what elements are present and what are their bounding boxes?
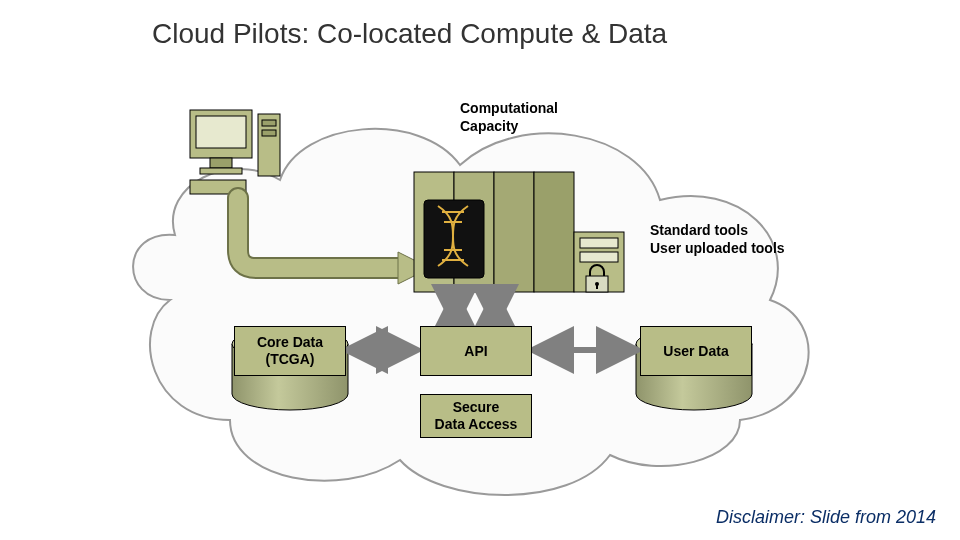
svg-rect-15	[580, 252, 618, 262]
user-data-box: User Data	[640, 326, 752, 376]
api-box: API	[420, 326, 532, 376]
svg-rect-5	[262, 120, 276, 126]
disclaimer-text: Disclaimer: Slide from 2014	[716, 507, 936, 528]
svg-rect-11	[494, 172, 534, 292]
computational-capacity-label: Computational Capacity	[460, 100, 558, 135]
svg-rect-12	[534, 172, 574, 292]
core-data-box: Core Data (TCGA)	[234, 326, 346, 376]
svg-rect-6	[262, 130, 276, 136]
tools-label: Standard tools User uploaded tools	[650, 222, 785, 257]
secure-access-box: Secure Data Access	[420, 394, 532, 438]
svg-rect-1	[196, 116, 246, 148]
svg-rect-3	[200, 168, 242, 174]
diagram-canvas	[0, 0, 960, 540]
svg-rect-14	[580, 238, 618, 248]
svg-rect-2	[210, 158, 232, 168]
